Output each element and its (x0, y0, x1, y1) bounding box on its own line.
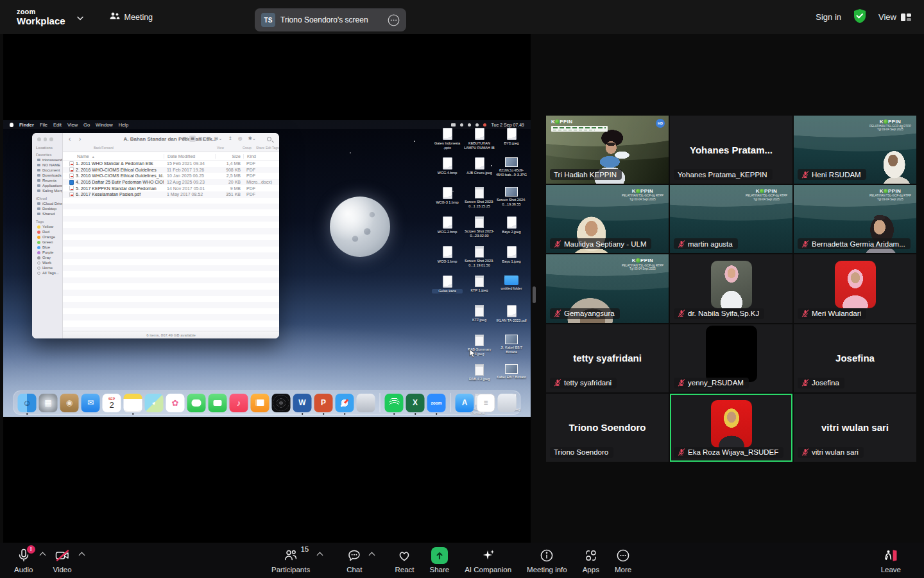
desktop-icon[interactable]: WCG-4.bmp (432, 157, 463, 184)
tab-meeting[interactable]: Meeting (109, 12, 153, 23)
leave-button[interactable]: Leave (873, 543, 909, 578)
chat-options-caret[interactable] (370, 543, 374, 578)
video-button[interactable]: Video (45, 543, 79, 578)
dock-item-document[interactable] (477, 394, 495, 412)
finder-sidebar-item[interactable]: Desktop (32, 206, 62, 211)
menu-item[interactable]: Edit (53, 122, 62, 128)
ai-companion-button[interactable]: AI Companion (457, 543, 519, 578)
file-row[interactable]: 6. 2017 Keselamatan Pasien.pdf1 May 2017… (63, 191, 279, 198)
dock-item-mail[interactable] (81, 394, 100, 412)
finder-sidebar-item[interactable]: Document (32, 168, 62, 173)
finder-sidebar-item[interactable]: Gray (32, 255, 62, 260)
list-column-headers[interactable]: Name▲ Date Modified Size Kind (63, 152, 279, 161)
desktop-icon[interactable]: Screen Shot 2023-0...1 23.15.25 (464, 187, 495, 214)
dock-item-spotify[interactable] (385, 394, 404, 412)
video-options-caret[interactable] (80, 543, 84, 578)
dock-item-contacts[interactable] (60, 394, 79, 412)
desktop-icon[interactable]: Gates Indonesia .pptx (432, 128, 463, 155)
desktop-icon[interactable]: Jl. Kabel E8/7 Bintara (496, 335, 527, 362)
file-row[interactable]: 4. 2016 Daftar 25 Butir Pedoman WHO CIOM… (63, 179, 279, 186)
share-button[interactable]: Share (422, 543, 457, 578)
desktop-icon[interactable]: IKLAN TA-2023.pdf (496, 305, 527, 332)
finder-window[interactable]: LocationsFavoritestrionosoend...NO NAMED… (32, 133, 279, 338)
bluetooth-icon[interactable] (460, 123, 463, 127)
participant-tile[interactable]: KPPINHDTri Hadiah KEPPIN (546, 116, 669, 184)
dock-item-calendar[interactable] (103, 394, 121, 412)
finder-sidebar-item[interactable]: Orange (32, 234, 62, 240)
dock-item-facetime[interactable] (209, 394, 227, 412)
dock-item-record[interactable] (272, 394, 291, 412)
participant-tile[interactable]: Triono SoendoroTriono Soendoro (546, 394, 669, 462)
apple-menu-icon[interactable] (10, 123, 13, 127)
desktop-icon[interactable]: WCG-2.bmp (432, 216, 463, 243)
desktop-icon[interactable]: Gelas kaca (432, 276, 463, 302)
desktop-icon[interactable]: 8216fc1c-95d9-4540-bab...9-3.JPG (496, 157, 527, 184)
finder-sidebar-item[interactable]: Downloads (32, 173, 62, 178)
file-row[interactable]: 1. 2011 WHO Standar & Pedoman Etik15 Feb… (63, 161, 279, 167)
participant-tile[interactable]: KPPINPELATIHAN TSL-GCP-dg RTPPTgl 03-04 … (794, 116, 916, 184)
finder-sidebar-item[interactable]: Home (32, 265, 62, 270)
workspace-switcher-caret[interactable] (77, 12, 83, 23)
file-row[interactable]: 5. 2017 KEPPKN Standar dan Pedoman14 Nov… (63, 185, 279, 191)
finder-sidebar-item[interactable]: Blue (32, 245, 62, 250)
tab-shared-screen[interactable]: TS Triono Soendoro's screen (255, 8, 406, 31)
participant-tile[interactable]: KPPINPELATIHAN TSL-GCP-dg RTPPTgl 03-04 … (546, 185, 669, 253)
desktop-icon[interactable]: Screen Shot 2023-0...1 19.01.50 (464, 246, 495, 273)
desktop-icon[interactable]: Kabel E8/7 Bintaro (496, 364, 527, 391)
spotlight-icon[interactable] (475, 123, 479, 127)
dock-item-launchpad[interactable] (39, 394, 58, 412)
react-button[interactable]: React (387, 543, 422, 578)
desktop-icon[interactable]: Scrpen Shot 2023-0...23.02.00 (464, 216, 495, 243)
tab-options-icon[interactable] (388, 14, 400, 26)
dock-item-safari[interactable] (336, 394, 354, 412)
dock-item-maps[interactable] (145, 394, 164, 412)
desktop-icon[interactable]: Screen Shot 2024-0...19.36.55 (496, 187, 527, 214)
finder-sidebar-item[interactable]: Saling Meny... (32, 188, 62, 193)
desktop-icon[interactable]: KTP.jpeg (464, 305, 495, 332)
menu-item[interactable]: Window (96, 122, 113, 128)
record-status-icon[interactable] (483, 123, 486, 127)
participant-tile[interactable]: KPPINPELATIHAN TSL-GCP-dg RTPPTgl 03-04 … (670, 185, 792, 253)
back-forward-buttons[interactable]: ‹ › (69, 136, 84, 143)
finder-sidebar-item[interactable]: All Tags... (32, 270, 62, 276)
participants-options-caret[interactable] (318, 543, 322, 578)
finder-sidebar-item[interactable]: Recents (32, 178, 62, 183)
desktop-icon[interactable]: Bayu 2.jpeg (496, 216, 527, 243)
finder-sidebar-item[interactable]: Shared (32, 211, 62, 216)
desktop-icon[interactable]: KTP 1.jpeg (464, 276, 495, 302)
desktop-icon[interactable]: BYD.jpeg (496, 128, 527, 155)
desktop-icon[interactable]: WCG-3 1.bmp (432, 187, 463, 214)
search-icon[interactable] (267, 137, 271, 141)
dock-item-app-store[interactable] (456, 394, 474, 412)
finder-sidebar-item[interactable]: trionosoend... (32, 157, 62, 162)
more-button[interactable]: More (607, 543, 639, 578)
participant-tile[interactable]: yenny_RSUDAM (670, 324, 792, 392)
audio-button[interactable]: ! Audio (6, 543, 40, 578)
participant-tile[interactable]: JosefinaJosefina (794, 324, 916, 392)
dock-item-messages[interactable] (187, 394, 206, 412)
dock-item-books[interactable] (251, 394, 270, 412)
chat-button[interactable]: Chat (339, 543, 370, 578)
file-row[interactable]: 3. 2016 WHO-CIOMS Ethical Guidelines_id.… (63, 173, 279, 179)
view-button[interactable]: View (878, 12, 911, 22)
security-shield-icon[interactable] (853, 8, 867, 26)
participant-tile[interactable]: vitri wulan sarivitri wulan sari (794, 394, 916, 462)
participant-tile[interactable]: Eka Roza Wijaya_RSUDEF (670, 394, 792, 462)
wifi-icon[interactable] (468, 123, 471, 127)
menu-item[interactable]: Help (119, 122, 128, 128)
finder-sidebar-item[interactable]: Yellow (32, 224, 62, 229)
sign-in-button[interactable]: Sign in (816, 12, 841, 22)
menu-item[interactable]: File (40, 122, 47, 128)
dock-item-trash[interactable] (498, 394, 517, 412)
finder-toolbar-actions[interactable]: ⊞⌄↥◎✱⌄ (214, 136, 256, 141)
desktop-icon[interactable]: untitled folder (496, 276, 527, 302)
participants-button[interactable]: 15 Participants (264, 543, 318, 578)
panel-resize-handle[interactable] (533, 286, 536, 303)
finder-sidebar-item[interactable]: Green (32, 240, 62, 245)
dock-item-word[interactable] (293, 394, 312, 412)
dock-item-finder[interactable] (18, 394, 37, 412)
battery-icon[interactable] (451, 123, 456, 127)
menu-item[interactable]: View (67, 122, 78, 128)
menu-item[interactable]: Go (83, 122, 90, 128)
meeting-info-button[interactable]: Meeting info (519, 543, 575, 578)
